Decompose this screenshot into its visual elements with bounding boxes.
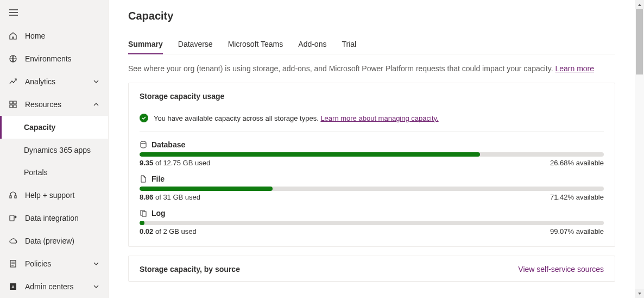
svg-rect-1 bbox=[10, 101, 12, 104]
resources-icon bbox=[9, 100, 17, 109]
menu-icon bbox=[9, 8, 18, 17]
sidebar: Home Environments Analytics Resources Ca… bbox=[0, 0, 109, 298]
storage-name: Log bbox=[151, 209, 166, 218]
data-integration-icon bbox=[9, 214, 17, 222]
sidebar-item-help[interactable]: Help + support bbox=[0, 184, 108, 207]
page-title: Capacity bbox=[128, 10, 615, 22]
database-icon bbox=[140, 141, 147, 148]
storage-available-text: 71.42% available bbox=[550, 193, 604, 201]
hamburger-button[interactable] bbox=[0, 4, 108, 24]
svg-rect-2 bbox=[14, 101, 16, 104]
intro-text-content: See where your org (tenant) is using sto… bbox=[128, 64, 555, 73]
sidebar-item-data-preview[interactable]: Data (preview) bbox=[0, 229, 108, 252]
sidebar-item-label: Data integration bbox=[25, 214, 99, 222]
svg-rect-13 bbox=[142, 212, 146, 216]
sidebar-item-label: Home bbox=[25, 32, 99, 40]
sidebar-item-label: Help + support bbox=[25, 191, 99, 200]
policies-icon bbox=[9, 259, 17, 268]
storage-used-text: 8.86 of 31 GB used bbox=[140, 193, 200, 201]
sidebar-item-label: Data (preview) bbox=[25, 237, 99, 245]
storage-log: Log 0.02 of 2 GB used 99.07% available bbox=[140, 209, 604, 235]
view-sources-link[interactable]: View self-service sources bbox=[518, 265, 604, 274]
sidebar-item-analytics[interactable]: Analytics bbox=[0, 70, 108, 93]
sidebar-sub-label: Dynamics 365 apps bbox=[24, 146, 91, 154]
cloud-icon bbox=[9, 237, 17, 245]
sidebar-item-label: Admin centers bbox=[25, 282, 85, 291]
storage-database: Database 9.35 of 12.75 GB used 26.68% av… bbox=[140, 140, 604, 167]
chevron-down-icon bbox=[93, 283, 99, 290]
svg-rect-4 bbox=[14, 105, 16, 108]
sidebar-sub-label: Portals bbox=[24, 168, 48, 177]
source-card-title: Storage capacity, by source bbox=[140, 265, 240, 274]
sidebar-item-label: Environments bbox=[25, 54, 99, 63]
svg-text:A: A bbox=[11, 284, 15, 289]
headset-icon bbox=[9, 191, 17, 200]
usage-info-row: You have available capacity across all s… bbox=[140, 110, 604, 132]
tab-addons[interactable]: Add-ons bbox=[298, 40, 326, 54]
svg-point-11 bbox=[141, 141, 146, 144]
sidebar-item-label: Resources bbox=[25, 100, 85, 109]
sidebar-item-resources[interactable]: Resources bbox=[0, 93, 108, 116]
tab-dataverse[interactable]: Dataverse bbox=[178, 40, 213, 54]
sidebar-item-home[interactable]: Home bbox=[0, 24, 108, 47]
sidebar-sub-label: Capacity bbox=[24, 123, 55, 132]
tabs: Summary Dataverse Microsoft Teams Add-on… bbox=[128, 40, 615, 54]
progress-bar bbox=[140, 152, 604, 157]
storage-name: Database bbox=[151, 140, 185, 149]
svg-rect-3 bbox=[10, 105, 12, 108]
scroll-down-button[interactable] bbox=[635, 289, 644, 298]
check-icon bbox=[140, 114, 148, 122]
chevron-down-icon bbox=[93, 78, 99, 85]
scroll-thumb[interactable] bbox=[636, 9, 643, 74]
main: Capacity Summary Dataverse Microsoft Tea… bbox=[109, 0, 644, 298]
storage-name: File bbox=[151, 175, 165, 183]
sidebar-item-admin-centers[interactable]: A Admin centers bbox=[0, 275, 108, 298]
usage-info-link[interactable]: Learn more about managing capacity. bbox=[320, 114, 438, 122]
progress-bar bbox=[140, 221, 604, 225]
svg-rect-6 bbox=[15, 196, 16, 198]
log-icon bbox=[140, 209, 147, 217]
usage-info-text: You have available capacity across all s… bbox=[154, 114, 320, 122]
chevron-up-icon bbox=[93, 101, 99, 108]
tab-trial[interactable]: Trial bbox=[342, 40, 356, 54]
file-icon bbox=[140, 175, 147, 183]
analytics-icon bbox=[9, 77, 17, 86]
scrollbar[interactable] bbox=[635, 0, 644, 298]
sidebar-sub-dynamics[interactable]: Dynamics 365 apps bbox=[0, 139, 108, 162]
sidebar-item-label: Policies bbox=[25, 259, 85, 268]
usage-card: Storage capacity usage You have availabl… bbox=[128, 83, 615, 247]
scroll-up-button[interactable] bbox=[635, 0, 644, 9]
sidebar-item-environments[interactable]: Environments bbox=[0, 47, 108, 70]
scroll-track[interactable] bbox=[635, 9, 644, 289]
intro-learn-more-link[interactable]: Learn more bbox=[555, 64, 594, 73]
admin-icon: A bbox=[9, 282, 17, 291]
storage-used-text: 9.35 of 12.75 GB used bbox=[140, 159, 210, 167]
storage-available-text: 99.07% available bbox=[550, 227, 604, 235]
usage-card-title: Storage capacity usage bbox=[140, 92, 604, 101]
tab-summary[interactable]: Summary bbox=[128, 40, 163, 54]
svg-rect-5 bbox=[10, 196, 11, 198]
intro-text: See where your org (tenant) is using sto… bbox=[128, 64, 615, 73]
sidebar-item-label: Analytics bbox=[25, 77, 85, 86]
storage-used-text: 0.02 of 2 GB used bbox=[140, 227, 197, 235]
sidebar-sub-portals[interactable]: Portals bbox=[0, 162, 108, 184]
storage-available-text: 26.68% available bbox=[550, 159, 604, 167]
sidebar-sub-capacity[interactable]: Capacity bbox=[0, 116, 108, 139]
sidebar-item-data-integration[interactable]: Data integration bbox=[0, 207, 108, 229]
svg-rect-7 bbox=[10, 215, 14, 221]
home-icon bbox=[9, 32, 17, 40]
tab-teams[interactable]: Microsoft Teams bbox=[228, 40, 283, 54]
storage-file: File 8.86 of 31 GB used 71.42% available bbox=[140, 175, 604, 201]
globe-icon bbox=[9, 54, 17, 63]
chevron-down-icon bbox=[93, 260, 99, 267]
source-card: Storage capacity, by source View self-se… bbox=[128, 256, 615, 282]
progress-bar bbox=[140, 187, 604, 191]
sidebar-item-policies[interactable]: Policies bbox=[0, 252, 108, 275]
